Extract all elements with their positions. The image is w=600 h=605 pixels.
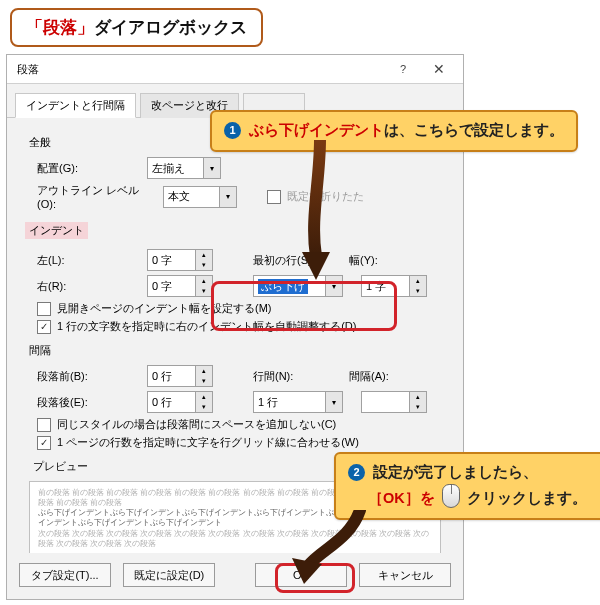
spacing-gap-spinner[interactable]: ▴▾ xyxy=(361,391,427,413)
spacing-gap-label: 間隔(A): xyxy=(349,369,389,384)
callout-2-line1: 設定が完了しましたら、 xyxy=(373,464,538,480)
callout-2-bracket-close: ］を xyxy=(405,490,435,506)
space-after-label: 段落後(E): xyxy=(19,395,141,410)
ok-button[interactable]: OK xyxy=(255,563,347,587)
outline-value: 本文 xyxy=(168,189,190,204)
help-button[interactable]: ? xyxy=(385,58,421,80)
grid-checkbox[interactable]: ✓ xyxy=(37,436,51,450)
indent-width-label: 幅(Y): xyxy=(349,253,378,268)
callout-1-rest: は、こちらで設定します。 xyxy=(384,122,564,138)
collapsed-label: 既定で折りたた xyxy=(287,189,364,204)
samestyle-label: 同じスタイルの場合は段落間にスペースを追加しない(C) xyxy=(57,417,336,432)
dialog-title: 段落 xyxy=(17,62,385,77)
chevron-down-icon: ▾ xyxy=(325,276,342,296)
group-indent-label: インデント xyxy=(25,222,88,239)
indent-right-label: 右(R): xyxy=(19,279,141,294)
preview-next: 次の段落 次の段落 次の段落 次の段落 次の段落 次の段落 次の段落 次の段落 … xyxy=(38,529,432,549)
first-line-label: 最初の行(S): xyxy=(253,253,323,268)
callout-2-bracket-open: ［ xyxy=(368,490,383,506)
space-before-label: 段落前(B): xyxy=(19,369,141,384)
first-line-value: ぶら下げ xyxy=(258,279,308,294)
quote-close: 」 xyxy=(77,18,94,37)
outline-label: アウトライン レベル(O): xyxy=(19,183,157,210)
indent-width-spinner[interactable]: 1 字 ▴▾ xyxy=(361,275,427,297)
callout-1-number: 1 xyxy=(224,122,241,139)
mouse-icon xyxy=(442,484,460,508)
callout-2: 2 設定が完了しましたら、 ［OK］を クリックします。 xyxy=(334,452,600,520)
space-after-spinner[interactable]: 0 行 ▴▾ xyxy=(147,391,213,413)
indent-left-spinner[interactable]: 0 字 ▴▾ xyxy=(147,249,213,271)
group-spacing-label: 間隔 xyxy=(25,342,451,359)
title-callout-name: 段落 xyxy=(43,18,77,37)
cancel-button[interactable]: キャンセル xyxy=(359,563,451,587)
chevron-down-icon: ▾ xyxy=(219,187,236,207)
mirror-label: 見開きページのインデント幅を設定する(M) xyxy=(57,301,272,316)
align-value: 左揃え xyxy=(152,161,185,176)
align-label: 配置(G): xyxy=(19,161,141,176)
title-callout-box: 「段落」ダイアログボックス xyxy=(10,8,263,47)
grid-label: 1 ページの行数を指定時に文字を行グリッド線に合わせる(W) xyxy=(57,435,359,450)
samestyle-checkbox[interactable] xyxy=(37,418,51,432)
callout-2-ok: OK xyxy=(383,490,405,506)
outline-combo[interactable]: 本文 ▾ xyxy=(163,186,237,208)
title-callout-suffix: ダイアログボックス xyxy=(94,18,247,37)
first-line-combo[interactable]: ぶら下げ ▾ xyxy=(253,275,343,297)
default-button[interactable]: 既定に設定(D) xyxy=(123,563,215,587)
autoadj-checkbox[interactable]: ✓ xyxy=(37,320,51,334)
autoadj-label: 1 行の文字数を指定時に右のインデント幅を自動調整する(D) xyxy=(57,319,356,334)
chevron-down-icon: ▾ xyxy=(203,158,220,178)
chevron-down-icon: ▾ xyxy=(325,392,342,412)
quote-open: 「 xyxy=(26,18,43,37)
callout-2-number: 2 xyxy=(348,464,365,481)
indent-right-spinner[interactable]: 0 字 ▴▾ xyxy=(147,275,213,297)
line-spacing-combo[interactable]: 1 行 ▾ xyxy=(253,391,343,413)
collapsed-checkbox[interactable] xyxy=(267,190,281,204)
callout-2-click: クリック xyxy=(467,490,527,506)
callout-1: 1 ぶら下げインデントは、こちらで設定します。 xyxy=(210,110,578,152)
close-button[interactable]: ✕ xyxy=(421,58,457,80)
align-combo[interactable]: 左揃え ▾ xyxy=(147,157,221,179)
tab-indent-spacing[interactable]: インデントと行間隔 xyxy=(15,93,136,118)
titlebar: 段落 ? ✕ xyxy=(7,55,463,84)
space-before-spinner[interactable]: 0 行 ▴▾ xyxy=(147,365,213,387)
mirror-checkbox[interactable] xyxy=(37,302,51,316)
callout-2-end: します。 xyxy=(527,490,587,506)
indent-left-label: 左(L): xyxy=(19,253,141,268)
callout-1-keyword: ぶら下げインデント xyxy=(249,122,384,138)
button-row: タブ設定(T)... 既定に設定(D) OK キャンセル xyxy=(7,553,463,599)
line-spacing-label: 行間(N): xyxy=(253,369,323,384)
tabset-button[interactable]: タブ設定(T)... xyxy=(19,563,111,587)
